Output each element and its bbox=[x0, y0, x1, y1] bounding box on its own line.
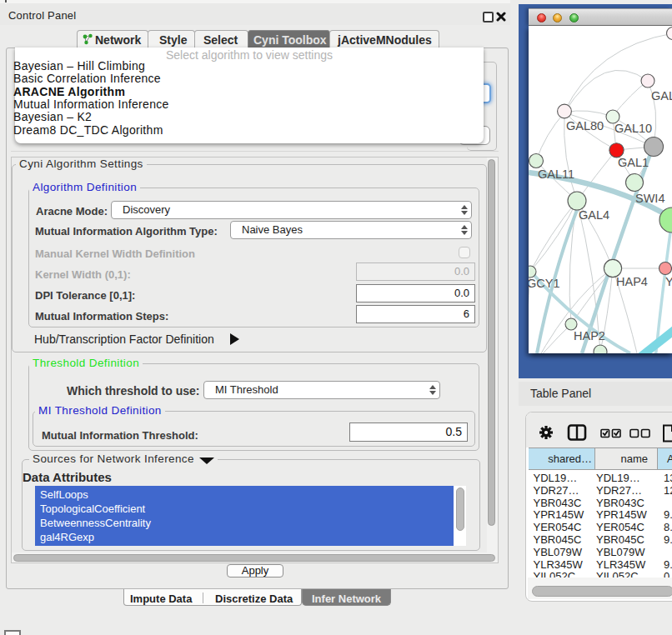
svg-text:HAP4: HAP4 bbox=[616, 275, 648, 288]
svg-text:GCY1: GCY1 bbox=[529, 277, 560, 290]
svg-text:GAL: GAL bbox=[651, 89, 672, 102]
svg-text:HAP2: HAP2 bbox=[574, 329, 605, 342]
svg-text:GAL1: GAL1 bbox=[618, 156, 649, 169]
svg-text:GAL4: GAL4 bbox=[579, 208, 609, 222]
svg-text:Y: Y bbox=[665, 275, 672, 288]
svg-text:GAL80: GAL80 bbox=[566, 119, 604, 132]
svg-text:SWI4: SWI4 bbox=[635, 192, 664, 205]
svg-text:GAL10: GAL10 bbox=[614, 122, 652, 135]
svg-text:GAL11: GAL11 bbox=[538, 168, 574, 181]
